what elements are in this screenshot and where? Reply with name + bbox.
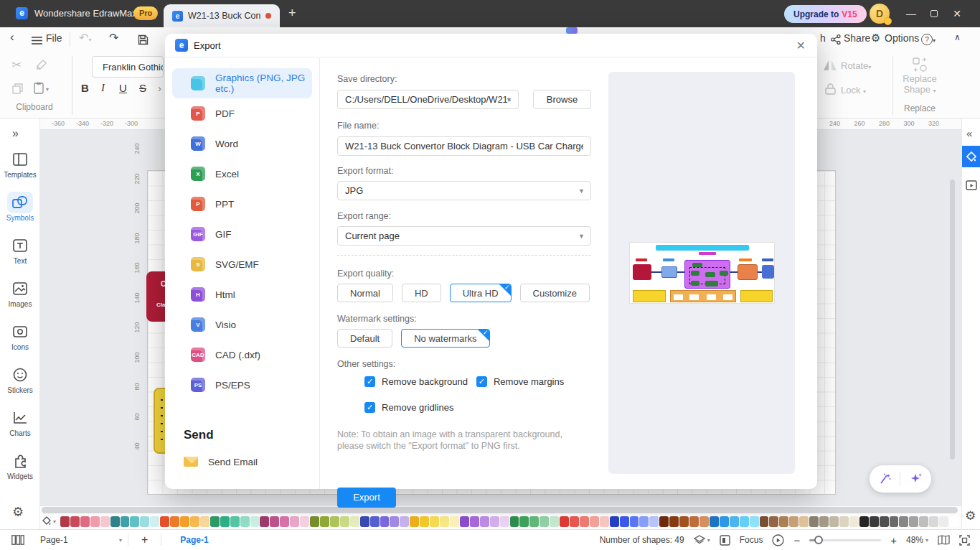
add-page-button[interactable]: + — [141, 533, 148, 546]
sidebar-item-charts[interactable]: Charts — [0, 406, 40, 446]
color-swatch[interactable] — [260, 516, 269, 527]
focus-label[interactable]: Focus — [740, 535, 763, 545]
zoom-in-button[interactable]: + — [890, 534, 897, 546]
color-swatch[interactable] — [470, 516, 479, 527]
zoom-slider[interactable] — [809, 539, 881, 541]
vertical-scrollbar[interactable] — [950, 180, 955, 460]
color-swatch[interactable] — [190, 516, 199, 527]
color-swatch[interactable] — [390, 516, 399, 527]
color-swatch[interactable] — [220, 516, 230, 527]
page-selector-dropdown[interactable]: Page-1 ▾ — [34, 535, 128, 545]
close-window-button[interactable]: ✕ — [946, 0, 968, 27]
color-swatch[interactable] — [819, 516, 829, 527]
quality-option-button[interactable]: Ultra HD ✓ — [450, 284, 512, 302]
export-button[interactable]: Export — [337, 488, 396, 508]
color-swatch[interactable] — [270, 516, 279, 527]
file-menu[interactable]: File — [46, 32, 62, 44]
fit-to-screen-icon[interactable] — [959, 535, 970, 546]
settings-gear-icon[interactable]: ⚙ — [12, 504, 24, 520]
play-presentation-icon[interactable] — [772, 534, 784, 546]
color-swatch[interactable] — [550, 516, 559, 527]
color-swatch[interactable] — [130, 516, 139, 527]
color-swatch[interactable] — [519, 516, 529, 527]
page-tab-active[interactable]: Page-1 — [173, 532, 215, 548]
color-swatch[interactable] — [750, 516, 759, 527]
color-swatch[interactable] — [510, 516, 519, 527]
color-swatch[interactable] — [90, 516, 100, 527]
color-swatch[interactable] — [310, 516, 319, 527]
checkbox-item[interactable]: ✓ Remove background — [364, 376, 468, 387]
close-dialog-icon[interactable]: ✕ — [796, 39, 806, 52]
checkbox-checked-icon[interactable]: ✓ — [364, 402, 375, 413]
back-button[interactable]: ‹ — [10, 30, 14, 45]
color-swatch[interactable] — [689, 516, 699, 527]
color-swatch[interactable] — [340, 516, 349, 527]
format-painter-icon[interactable] — [36, 59, 47, 70]
new-tab-button[interactable]: + — [288, 6, 296, 21]
color-swatch[interactable] — [859, 516, 869, 527]
color-swatch[interactable] — [730, 516, 739, 527]
lock-icon[interactable] — [825, 83, 836, 95]
copy-icon[interactable] — [12, 83, 23, 94]
color-swatch[interactable] — [160, 516, 169, 527]
sidebar-item-text[interactable]: Text — [0, 233, 40, 274]
color-swatch[interactable] — [839, 516, 849, 527]
collapse-panel-icon[interactable]: « — [966, 127, 971, 139]
color-swatch[interactable] — [799, 516, 809, 527]
italic-button[interactable]: I — [101, 82, 105, 94]
color-swatch[interactable] — [450, 516, 459, 527]
color-swatch[interactable] — [639, 516, 649, 527]
color-swatch[interactable] — [779, 516, 788, 527]
color-swatch[interactable] — [460, 516, 469, 527]
color-swatch[interactable] — [380, 516, 390, 527]
color-swatch[interactable] — [580, 516, 589, 527]
color-swatch[interactable] — [899, 516, 908, 527]
checkbox-checked-icon[interactable]: ✓ — [476, 376, 487, 387]
browse-button[interactable]: Browse — [533, 90, 591, 109]
redo-icon[interactable]: ↷ — [109, 31, 118, 45]
replace-shape-icon[interactable] — [913, 57, 927, 72]
sidebar-item-templates[interactable]: Templates — [0, 147, 40, 187]
save-directory-dropdown[interactable]: C:/Users/DELL/OneDrive/Desktop/W21-13 ▼ — [337, 90, 519, 109]
sidebar-item-stickers[interactable]: Stickers — [0, 363, 40, 403]
color-swatch[interactable] — [789, 516, 798, 527]
color-swatch[interactable] — [500, 516, 509, 527]
rotate-button[interactable]: Rotate▾ — [841, 60, 871, 71]
color-swatch[interactable] — [240, 516, 250, 527]
strikethrough-button[interactable]: S — [139, 82, 146, 94]
color-swatch[interactable] — [610, 516, 619, 527]
bold-button[interactable]: B — [81, 82, 89, 94]
presentation-panel-icon[interactable] — [966, 180, 977, 190]
document-tab[interactable]: e W21-13 Buck Con... — [164, 4, 280, 27]
checkbox-checked-icon[interactable]: ✓ — [364, 376, 375, 387]
color-swatch[interactable] — [480, 516, 489, 527]
color-swatch[interactable] — [320, 516, 329, 527]
checkbox-item[interactable]: ✓ Remove margins — [476, 376, 564, 387]
export-format-item[interactable]: GIF GIF — [172, 219, 312, 249]
color-swatch[interactable] — [180, 516, 189, 527]
color-swatch[interactable] — [230, 516, 240, 527]
color-swatch[interactable] — [300, 516, 309, 527]
color-swatch[interactable] — [400, 516, 409, 527]
color-swatch[interactable] — [529, 516, 539, 527]
maximize-button[interactable] — [923, 0, 945, 27]
color-swatch[interactable] — [540, 516, 549, 527]
color-swatch[interactable] — [140, 516, 149, 527]
file-name-input[interactable]: W21-13 Buck Convertor Block Diagram - US… — [337, 136, 591, 156]
color-swatch[interactable] — [100, 516, 110, 527]
color-swatch[interactable] — [121, 516, 130, 527]
sidebar-item-images[interactable]: Images — [0, 276, 40, 317]
export-format-item[interactable]: P PPT — [172, 189, 312, 219]
help-button[interactable]: ?▾ — [921, 33, 936, 45]
color-swatch[interactable] — [150, 516, 159, 527]
color-swatch[interactable] — [250, 516, 260, 527]
horizontal-scrollbar[interactable] — [42, 507, 958, 513]
color-swatch[interactable] — [60, 516, 70, 527]
color-swatch[interactable] — [490, 516, 499, 527]
color-swatch[interactable] — [890, 516, 899, 527]
magic-wand-icon[interactable] — [878, 472, 892, 486]
sidebar-item-symbols[interactable]: Symbols — [0, 190, 40, 230]
export-range-dropdown[interactable]: Current page ▼ — [337, 226, 591, 246]
export-format-item[interactable]: V Visio — [172, 309, 312, 340]
color-swatch[interactable] — [699, 516, 709, 527]
